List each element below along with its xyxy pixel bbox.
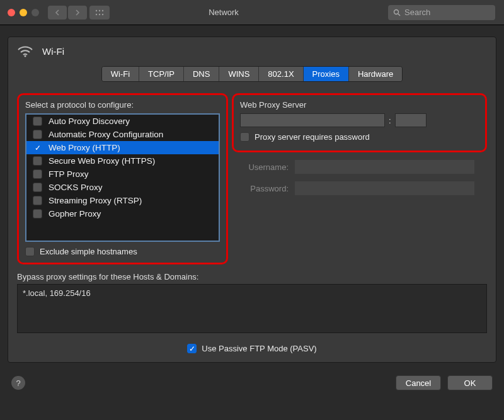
tab-tcp-ip[interactable]: TCP/IP — [139, 67, 184, 81]
search-placeholder: Search — [404, 8, 430, 17]
tab-dns[interactable]: DNS — [184, 67, 219, 81]
protocol-checkbox[interactable] — [33, 156, 42, 166]
zoom-window-icon[interactable] — [32, 9, 39, 16]
password-label: Password: — [228, 184, 289, 193]
protocol-row[interactable]: FTP Proxy — [26, 167, 219, 181]
minimize-window-icon[interactable] — [20, 9, 27, 16]
protocol-row[interactable]: Gopher Proxy — [26, 207, 219, 220]
protocol-checkbox[interactable] — [33, 183, 42, 192]
proxy-auth-label: Proxy server requires password — [255, 132, 370, 142]
protocol-checkbox[interactable] — [33, 116, 42, 126]
proxy-server-label: Web Proxy Server — [240, 100, 479, 110]
protocol-checkbox[interactable] — [33, 209, 42, 219]
bypass-textarea[interactable] — [17, 284, 487, 333]
proxy-host-input[interactable] — [240, 113, 385, 127]
main-panel: Wi-Fi Wi-FiTCP/IPDNSWINS802.1XProxiesHar… — [8, 37, 496, 363]
proxy-auth-checkbox[interactable] — [240, 132, 249, 142]
svg-point-8 — [25, 55, 26, 57]
protocol-config-highlight: Select a protocol to configure: Auto Pro… — [17, 93, 228, 264]
tab-strip: Wi-FiTCP/IPDNSWINS802.1XProxiesHardware — [17, 66, 487, 82]
protocol-checkbox[interactable]: ✓ — [33, 143, 42, 152]
cancel-button[interactable]: Cancel — [396, 375, 441, 390]
interface-name: Wi-Fi — [42, 46, 64, 57]
protocol-label: Automatic Proxy Configuration — [49, 130, 163, 139]
ok-button[interactable]: OK — [447, 375, 493, 390]
protocol-row[interactable]: Streaming Proxy (RTSP) — [26, 194, 219, 207]
protocol-list-label: Select a protocol to configure: — [25, 100, 220, 110]
protocol-label: Auto Proxy Discovery — [49, 116, 130, 126]
help-button[interactable]: ? — [11, 376, 25, 390]
host-port-separator: : — [389, 116, 391, 125]
protocol-label: Web Proxy (HTTP) — [49, 143, 120, 152]
search-icon — [393, 9, 401, 16]
bypass-label: Bypass proxy settings for these Hosts & … — [17, 272, 487, 281]
tab-proxies[interactable]: Proxies — [304, 67, 349, 81]
panel-header: Wi-Fi — [17, 45, 487, 57]
svg-line-7 — [398, 14, 400, 16]
close-window-icon[interactable] — [8, 9, 15, 16]
tab-wi-fi[interactable]: Wi-Fi — [102, 67, 139, 81]
username-label: Username: — [228, 162, 289, 172]
tab-hardware[interactable]: Hardware — [349, 67, 402, 81]
protocol-row[interactable]: ✓Web Proxy (HTTP) — [26, 141, 219, 154]
pasv-checkbox[interactable]: ✓ — [187, 344, 197, 353]
proxy-auth-row[interactable]: Proxy server requires password — [240, 132, 479, 142]
protocol-checkbox[interactable] — [33, 169, 42, 179]
protocol-row[interactable]: Automatic Proxy Configuration — [26, 128, 219, 141]
exclude-hostnames-checkbox[interactable] — [25, 247, 35, 256]
protocol-list[interactable]: Auto Proxy DiscoveryAutomatic Proxy Conf… — [25, 113, 220, 242]
search-field[interactable]: Search — [388, 5, 495, 20]
protocol-row[interactable]: SOCKS Proxy — [26, 181, 219, 194]
window-controls — [8, 9, 39, 16]
wifi-icon — [17, 45, 33, 57]
protocol-row[interactable]: Secure Web Proxy (HTTPS) — [26, 154, 219, 167]
tab-802-1x[interactable]: 802.1X — [259, 67, 303, 81]
footer: ? Cancel OK — [0, 369, 504, 397]
proxy-server-highlight: Web Proxy Server : Proxy server requires… — [232, 93, 487, 152]
window-title: Network — [59, 8, 388, 17]
protocol-label: Gopher Proxy — [49, 209, 101, 219]
pasv-label: Use Passive FTP Mode (PASV) — [202, 344, 316, 353]
username-input[interactable] — [295, 160, 474, 174]
pasv-row[interactable]: ✓ Use Passive FTP Mode (PASV) — [17, 344, 487, 353]
protocol-label: SOCKS Proxy — [49, 183, 103, 192]
tab-wins[interactable]: WINS — [219, 67, 259, 81]
titlebar: Network Search — [0, 0, 504, 25]
protocol-checkbox[interactable] — [33, 196, 42, 205]
protocol-checkbox[interactable] — [33, 130, 42, 139]
proxy-port-input[interactable] — [395, 113, 427, 127]
password-input[interactable] — [295, 181, 474, 195]
protocol-label: Secure Web Proxy (HTTPS) — [49, 156, 155, 166]
svg-point-6 — [394, 9, 399, 14]
exclude-hostnames-row[interactable]: Exclude simple hostnames — [25, 247, 220, 256]
exclude-hostnames-label: Exclude simple hostnames — [40, 247, 137, 256]
protocol-row[interactable]: Auto Proxy Discovery — [26, 115, 219, 128]
protocol-label: FTP Proxy — [49, 169, 89, 179]
protocol-label: Streaming Proxy (RTSP) — [49, 196, 142, 205]
